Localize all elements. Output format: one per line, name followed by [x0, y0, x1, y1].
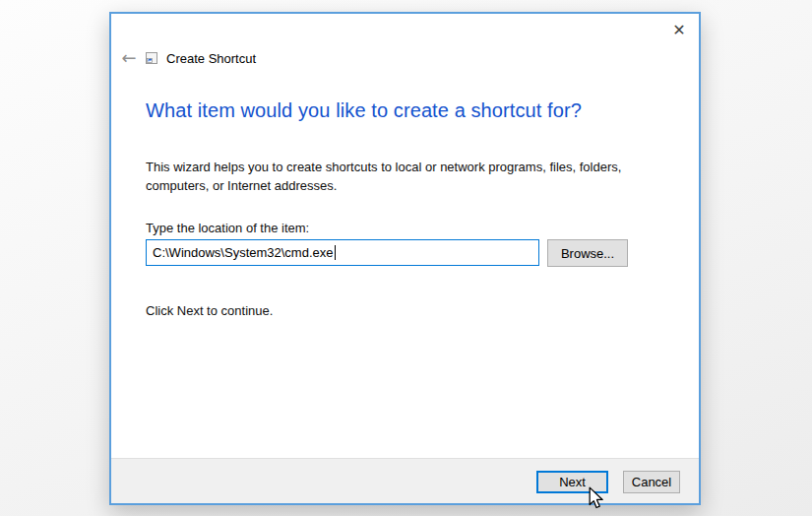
cancel-button[interactable]: Cancel	[623, 471, 680, 493]
next-button[interactable]: Next	[536, 471, 608, 493]
browse-button[interactable]: Browse...	[547, 239, 628, 267]
close-button[interactable]: ✕	[667, 18, 691, 41]
back-button[interactable]: ←	[118, 46, 140, 68]
wizard-description: This wizard helps you to create shortcut…	[146, 158, 621, 195]
location-input-value: C:\Windows\System32\cmd.exe	[153, 245, 334, 260]
cancel-button-label: Cancel	[632, 475, 671, 489]
description-line-1: This wizard helps you to create shortcut…	[146, 158, 621, 176]
back-arrow-icon: ←	[121, 47, 136, 68]
browse-button-label: Browse...	[561, 246, 614, 261]
location-label: Type the location of the item:	[146, 221, 309, 235]
text-caret	[335, 245, 336, 260]
continue-hint: Click Next to continue.	[146, 303, 273, 318]
location-input[interactable]: C:\Windows\System32\cmd.exe	[146, 239, 539, 266]
create-shortcut-dialog: ✕ ← Create Shortcut What item would you …	[109, 12, 701, 505]
close-icon: ✕	[672, 21, 685, 39]
next-button-label: Next	[559, 475, 586, 489]
description-line-2: computers, or Internet addresses.	[146, 176, 621, 195]
desktop-background: { "window": { "title": "Create Shortcut"…	[0, 0, 812, 516]
window-title: Create Shortcut	[166, 51, 256, 66]
shortcut-icon	[146, 52, 157, 64]
footer-bar	[111, 458, 699, 503]
wizard-heading: What item would you like to create a sho…	[146, 99, 582, 122]
